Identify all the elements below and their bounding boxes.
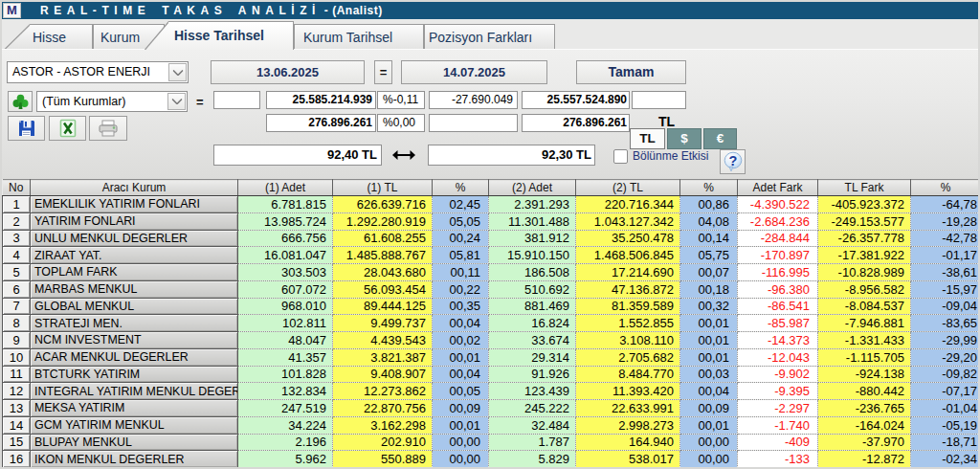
- svg-text:?: ?: [728, 153, 737, 168]
